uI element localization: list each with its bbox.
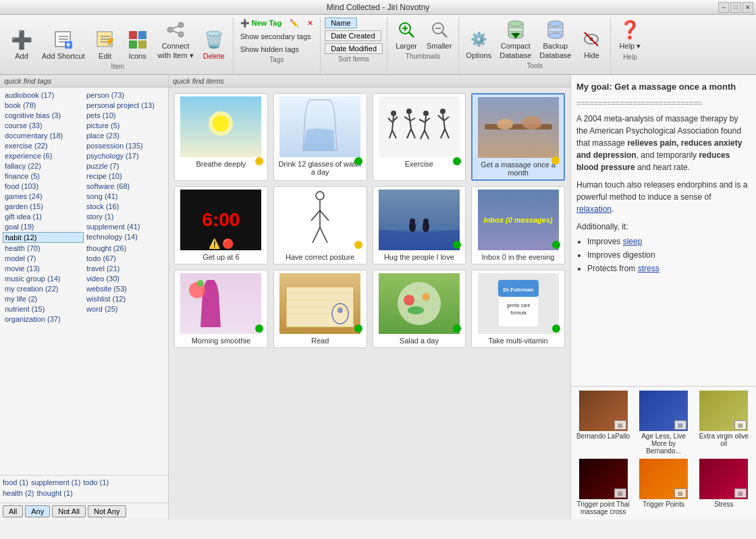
tag-technology[interactable]: technology (14): [84, 232, 165, 243]
sort-date-modified-button[interactable]: Date Modified: [325, 43, 383, 54]
item-posture[interactable]: Have correct posture: [273, 186, 367, 264]
item-read[interactable]: Read: [273, 270, 367, 348]
close-button[interactable]: ✕: [742, 2, 753, 13]
tag-website[interactable]: website (53): [84, 284, 165, 293]
tag-games[interactable]: games (24): [3, 192, 84, 201]
tag-story[interactable]: story (1): [84, 212, 165, 221]
filter-any-button[interactable]: Any: [25, 505, 50, 517]
restore-button[interactable]: □: [730, 2, 741, 13]
tag-recipe[interactable]: recipe (10): [84, 171, 165, 181]
tag-person[interactable]: person (73): [84, 90, 165, 100]
thumbs-group-label: Thumbnails: [406, 51, 441, 61]
tag-nutrient[interactable]: nutrient (15): [3, 304, 84, 314]
bottom-tag-health[interactable]: health (2): [3, 489, 34, 497]
book-trigger-cross[interactable]: ▤ Trigger point Thai massage cross: [575, 459, 631, 515]
edit-button[interactable]: Edit: [90, 28, 120, 61]
add-button[interactable]: ➕ Add: [7, 28, 36, 61]
tag-possession[interactable]: possession (135): [84, 141, 165, 150]
book-bernando[interactable]: ▤ Bernando LaPallo: [575, 391, 631, 455]
item-massage[interactable]: Get a massage once a month: [471, 93, 565, 181]
item-salad[interactable]: Salad a day: [373, 270, 466, 348]
tag-gift-idea[interactable]: gift idea (1): [3, 212, 84, 221]
item-drink[interactable]: Drink 12 glasses of water a day: [273, 93, 367, 181]
bottom-tag-food[interactable]: food (1): [3, 478, 28, 486]
item-vitamin[interactable]: Dr.Fuhrmangentle careformula Take multi-…: [471, 270, 565, 348]
add-shortcut-button[interactable]: Add Shortcut: [39, 28, 88, 61]
item-breathe[interactable]: Breathe deeply: [174, 93, 268, 181]
item-getup[interactable]: 6:00 ⚠️ 🔴 Get up at 6: [174, 186, 268, 264]
tag-travel[interactable]: travel (21): [84, 264, 165, 273]
tag-food[interactable]: food (103): [3, 181, 84, 191]
tag-habit[interactable]: habit (12): [3, 232, 84, 243]
tag-course[interactable]: course (33): [3, 121, 84, 130]
tag-model[interactable]: model (7): [3, 254, 84, 263]
tag-place[interactable]: place (23): [84, 131, 165, 140]
delete-tag-button[interactable]: ✕: [304, 18, 316, 29]
tag-wishlist[interactable]: wishlist (12): [84, 294, 165, 304]
tag-picture[interactable]: picture (5): [84, 121, 165, 130]
sort-date-created-button[interactable]: Date Created: [325, 30, 381, 41]
sleep-link[interactable]: sleep: [623, 237, 643, 246]
tag-cognitive-bias[interactable]: cognitive bias (3): [3, 111, 84, 120]
show-secondary-button[interactable]: Show secondary tags: [238, 31, 314, 42]
tag-goal[interactable]: goal (19): [3, 222, 84, 231]
icons-button[interactable]: Icons: [123, 28, 153, 61]
relaxation-link[interactable]: relaxation: [576, 204, 612, 214]
book-age-less[interactable]: ▤ Age Less, Live More by Bernando...: [635, 391, 691, 455]
stress-link[interactable]: stress: [638, 264, 659, 273]
tag-movie[interactable]: movie (13): [3, 264, 84, 273]
hide-button[interactable]: Hide: [576, 27, 606, 61]
larger-button[interactable]: Larger: [392, 18, 421, 51]
tag-experience[interactable]: experience (6): [3, 151, 84, 161]
tag-documentary[interactable]: documentary (18): [3, 131, 84, 140]
options-button[interactable]: ⚙️ Options: [463, 27, 494, 61]
filter-not-all-button[interactable]: Not All: [52, 505, 86, 517]
sort-name-button[interactable]: Name: [325, 18, 356, 28]
tag-supplement[interactable]: supplement (41): [84, 222, 165, 231]
tag-fallacy[interactable]: fallacy (22): [3, 161, 84, 171]
item-hug[interactable]: Hug the people I love: [373, 186, 466, 264]
new-tag-button[interactable]: ➕ New Tag: [238, 18, 284, 29]
compact-db-button[interactable]: Compact Database: [497, 18, 534, 61]
filter-not-any-button[interactable]: Not Any: [88, 505, 126, 517]
tag-word[interactable]: word (25): [84, 304, 165, 314]
tag-music-group[interactable]: music group (14): [3, 274, 84, 283]
bottom-tag-supplement[interactable]: supplement (1): [31, 478, 80, 486]
tag-video[interactable]: video (30): [84, 274, 165, 283]
connect-button[interactable]: Connect with Item ▾: [155, 18, 196, 61]
tag-garden[interactable]: garden (15): [3, 202, 84, 211]
tag-health[interactable]: health (70): [3, 244, 84, 253]
edit-tag-button[interactable]: ✏️: [287, 18, 302, 29]
tag-stock[interactable]: stock (16): [84, 202, 165, 211]
filter-all-button[interactable]: All: [3, 505, 23, 517]
book-stress[interactable]: ▤ Stress: [696, 459, 752, 515]
tag-song[interactable]: song (41): [84, 192, 165, 201]
tag-todo[interactable]: todo (67): [84, 254, 165, 263]
tag-exercise[interactable]: exercise (22): [3, 141, 84, 150]
help-button[interactable]: ❓ Help ▾: [615, 18, 645, 52]
bottom-tag-thought[interactable]: thought (1): [36, 489, 72, 497]
bottom-tag-todo[interactable]: todo (1): [83, 478, 109, 486]
smaller-button[interactable]: Smaller: [424, 18, 454, 51]
tag-puzzle[interactable]: puzzle (7): [84, 161, 165, 171]
tag-personal-project[interactable]: personal project (13): [84, 101, 165, 110]
show-hidden-button[interactable]: Show hidden tags: [238, 44, 302, 55]
minimize-button[interactable]: ─: [718, 2, 729, 13]
tag-organization[interactable]: organization (37): [3, 314, 84, 324]
tag-my-life[interactable]: my life (2): [3, 294, 84, 304]
tag-finance[interactable]: finance (5): [3, 171, 84, 181]
item-exercise[interactable]: Exercise: [373, 93, 466, 181]
tag-book[interactable]: book (78): [3, 101, 84, 110]
tag-psychology[interactable]: psychology (17): [84, 151, 165, 161]
tag-pets[interactable]: pets (10): [84, 111, 165, 120]
item-smoothie[interactable]: Morning smoothie: [174, 270, 268, 348]
tag-software[interactable]: software (68): [84, 181, 165, 191]
book-olive-oil[interactable]: ▤ Extra virgin olive oil: [696, 391, 752, 455]
tag-thought[interactable]: thought (26): [84, 244, 165, 253]
book-trigger-points[interactable]: ▤ Trigger Points: [635, 459, 691, 515]
tag-audiobook[interactable]: audiobook (17): [3, 90, 84, 100]
delete-button[interactable]: 🗑️ Delete: [199, 28, 229, 61]
backup-db-button[interactable]: Backup Database: [537, 18, 574, 61]
tag-my-creation[interactable]: my creation (22): [3, 284, 84, 293]
item-inbox[interactable]: Inbox (0 messages) Inbox 0 in the evenin…: [471, 186, 565, 264]
